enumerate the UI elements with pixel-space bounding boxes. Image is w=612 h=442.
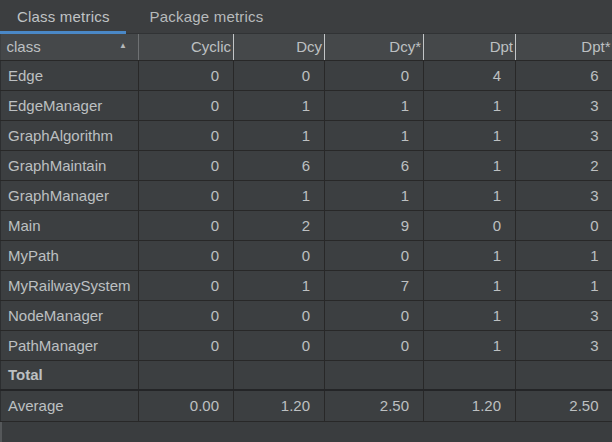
cyclic-cell: 0 (139, 330, 234, 360)
column-header-class[interactable]: class ▲ (1, 34, 139, 60)
table-row-edgemanager[interactable]: EdgeManager 0 1 1 1 3 (1, 90, 612, 120)
column-header-dcy-star[interactable]: Dcy* (325, 34, 424, 60)
dcy-cell: 0 (234, 60, 325, 90)
dcy-cell: 2 (234, 210, 325, 240)
dpt-star-cell: 3 (516, 180, 612, 210)
table-row-edge[interactable]: Edge 0 0 0 4 6 (1, 60, 612, 90)
table-row-myrailwaysystem[interactable]: MyRailwaySystem 0 1 7 1 1 (1, 270, 612, 300)
table-row-graphalgorithm[interactable]: GraphAlgorithm 0 1 1 1 3 (1, 120, 612, 150)
dpt-star-cell: 1 (516, 240, 612, 270)
column-header-dpt-star[interactable]: Dpt* (516, 34, 612, 60)
total-label-cell: Total (1, 360, 139, 390)
class-name-cell: PathManager (1, 330, 139, 360)
dcy-star-cell: 2.50 (325, 390, 424, 421)
dcy-cell: 0 (234, 240, 325, 270)
dcy-star-cell: 1 (325, 120, 424, 150)
dpt-cell: 0 (424, 210, 516, 240)
dcy-star-cell: 6 (325, 150, 424, 180)
dpt-star-cell: 3 (516, 90, 612, 120)
dcy-cell: 1 (234, 270, 325, 300)
dpt-cell: 1 (424, 240, 516, 270)
table-row-pathmanager[interactable]: PathManager 0 0 0 1 3 (1, 330, 612, 360)
table-header-row: class ▲ Cyclic Dcy Dcy* Dpt Dpt* (1, 34, 612, 60)
column-header-dpt[interactable]: Dpt (424, 34, 516, 60)
table-empty-area (0, 422, 612, 442)
dpt-cell: 1 (424, 120, 516, 150)
column-header-cyclic[interactable]: Cyclic (139, 34, 234, 60)
cyclic-cell: 0 (139, 180, 234, 210)
cyclic-cell (139, 360, 234, 390)
dcy-star-cell: 1 (325, 90, 424, 120)
average-label-cell: Average (1, 390, 139, 421)
dpt-cell: 1 (424, 330, 516, 360)
dpt-cell: 1 (424, 90, 516, 120)
dpt-star-cell: 3 (516, 330, 612, 360)
dcy-star-cell: 7 (325, 270, 424, 300)
class-name-cell: Main (1, 210, 139, 240)
dpt-star-cell: 6 (516, 60, 612, 90)
dpt-cell: 1 (424, 150, 516, 180)
dpt-cell: 4 (424, 60, 516, 90)
class-name-cell: GraphMaintain (1, 150, 139, 180)
class-name-cell: EdgeManager (1, 90, 139, 120)
table-row-graphmanager[interactable]: GraphManager 0 1 1 1 3 (1, 180, 612, 210)
dcy-cell: 1 (234, 180, 325, 210)
tab-bar: Class metrics Package metrics (0, 0, 612, 34)
table-row-average[interactable]: Average 0.00 1.20 2.50 1.20 2.50 (1, 390, 612, 421)
dpt-cell: 1 (424, 300, 516, 330)
column-header-class-label: class (7, 38, 41, 55)
tab-class-metrics-label: Class metrics (17, 8, 110, 25)
table-row-mypath[interactable]: MyPath 0 0 0 1 1 (1, 240, 612, 270)
table-row-total[interactable]: Total (1, 360, 612, 390)
dpt-star-cell: 0 (516, 210, 612, 240)
class-name-cell: GraphManager (1, 180, 139, 210)
metrics-panel: Class metrics Package metrics class ▲ Cy… (0, 0, 612, 442)
dpt-cell: 1 (424, 180, 516, 210)
dcy-cell: 0 (234, 330, 325, 360)
dcy-cell: 6 (234, 150, 325, 180)
sort-ascending-icon: ▲ (119, 42, 127, 50)
class-name-cell: MyPath (1, 240, 139, 270)
class-name-cell: Edge (1, 60, 139, 90)
dpt-cell (424, 360, 516, 390)
dpt-cell: 1 (424, 270, 516, 300)
cyclic-cell: 0 (139, 270, 234, 300)
dpt-cell: 1.20 (424, 390, 516, 421)
dcy-cell: 1 (234, 90, 325, 120)
cyclic-cell: 0 (139, 300, 234, 330)
dcy-cell (234, 360, 325, 390)
dpt-star-cell: 3 (516, 300, 612, 330)
class-name-cell: MyRailwaySystem (1, 270, 139, 300)
cyclic-cell: 0 (139, 90, 234, 120)
dcy-cell: 1 (234, 120, 325, 150)
cyclic-cell: 0 (139, 60, 234, 90)
dcy-star-cell (325, 360, 424, 390)
dpt-star-cell: 1 (516, 270, 612, 300)
tab-package-metrics-label: Package metrics (150, 8, 264, 25)
dcy-star-cell: 0 (325, 240, 424, 270)
dcy-star-cell: 1 (325, 180, 424, 210)
column-header-dcy[interactable]: Dcy (234, 34, 325, 60)
dcy-star-cell: 0 (325, 60, 424, 90)
cyclic-cell: 0 (139, 240, 234, 270)
cyclic-cell: 0.00 (139, 390, 234, 421)
dpt-star-cell: 2 (516, 150, 612, 180)
cyclic-cell: 0 (139, 120, 234, 150)
dcy-cell: 0 (234, 300, 325, 330)
class-name-cell: GraphAlgorithm (1, 120, 139, 150)
cyclic-cell: 0 (139, 210, 234, 240)
dcy-star-cell: 0 (325, 330, 424, 360)
class-metrics-table: class ▲ Cyclic Dcy Dcy* Dpt Dpt* Edge 0 … (0, 34, 612, 422)
dcy-star-cell: 9 (325, 210, 424, 240)
class-name-cell: NodeManager (1, 300, 139, 330)
cyclic-cell: 0 (139, 150, 234, 180)
table-row-nodemanager[interactable]: NodeManager 0 0 0 1 3 (1, 300, 612, 330)
table-row-main[interactable]: Main 0 2 9 0 0 (1, 210, 612, 240)
tab-package-metrics[interactable]: Package metrics (133, 0, 280, 33)
dpt-star-cell: 3 (516, 120, 612, 150)
tab-class-metrics[interactable]: Class metrics (0, 0, 126, 33)
dcy-cell: 1.20 (234, 390, 325, 421)
dpt-star-cell (516, 360, 612, 390)
dcy-star-cell: 0 (325, 300, 424, 330)
table-row-graphmaintain[interactable]: GraphMaintain 0 6 6 1 2 (1, 150, 612, 180)
